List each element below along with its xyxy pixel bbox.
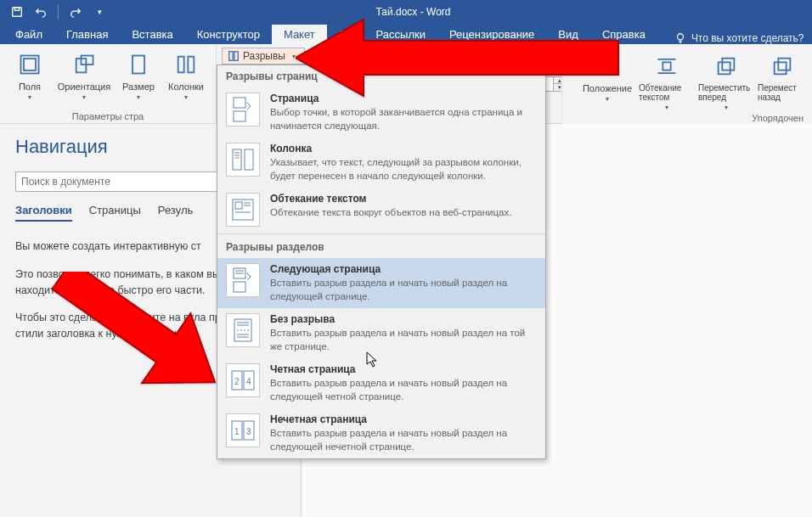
orientation-label: Ориентация <box>58 81 110 92</box>
svg-text:4: 4 <box>246 377 251 386</box>
svg-point-2 <box>677 34 683 40</box>
break-nextpage-title: Следующая страница <box>270 263 537 275</box>
break-oddpage-title: Нечетная страница <box>270 413 537 425</box>
section-breaks-header: Разрывы разделов <box>217 236 545 258</box>
tell-me-label: Что вы хотите сделать? <box>691 32 804 44</box>
nav-tab-results[interactable]: Резуль <box>158 204 193 222</box>
svg-rect-15 <box>245 149 253 170</box>
size-button[interactable]: Размер▾ <box>117 48 160 101</box>
wrap-icon <box>653 53 680 80</box>
svg-text:2: 2 <box>234 377 240 386</box>
svg-rect-20 <box>235 202 242 209</box>
size-icon <box>125 51 152 78</box>
break-evenpage-title: Четная страница <box>270 363 537 375</box>
bring-forward-label: Переместить вперед <box>698 83 754 102</box>
tab-home[interactable]: Главная <box>54 25 120 44</box>
svg-rect-7 <box>133 56 144 74</box>
columns-icon <box>172 51 200 78</box>
break-column-item[interactable]: Колонка Указывает, что текст, следующий … <box>217 138 545 188</box>
page-setup-group: Поля▾ Ориентация▾ Размер▾ Колонки▾ Парам… <box>0 44 217 123</box>
svg-rect-25 <box>234 282 245 292</box>
send-backward-icon <box>769 53 796 80</box>
break-textwrap-item[interactable]: Обтекание текстом Обтекание текста вокру… <box>217 188 545 232</box>
break-continuous-title: Без разрыва <box>270 313 537 325</box>
wrap-button[interactable]: Обтекание текстом▾ <box>639 49 695 122</box>
separator <box>58 4 59 20</box>
nextpage-break-icon <box>226 263 260 297</box>
svg-rect-48 <box>722 59 734 70</box>
evenpage-break-icon: 24 <box>226 363 260 397</box>
svg-rect-4 <box>24 59 36 70</box>
columns-label: Колонки <box>168 81 204 92</box>
svg-text:1: 1 <box>234 427 240 436</box>
tab-file[interactable]: Файл <box>3 25 54 44</box>
orientation-button[interactable]: Ориентация▾ <box>56 48 112 101</box>
svg-rect-1 <box>14 8 19 11</box>
page-setup-label: Параметры стра <box>8 111 207 121</box>
menu-separator <box>217 233 545 234</box>
margins-button[interactable]: Поля▾ <box>8 48 51 101</box>
tell-me-search[interactable]: Что вы хотите сделать? <box>674 32 804 44</box>
break-evenpage-desc: Вставить разрыв раздела и начать новый р… <box>270 377 537 403</box>
annotation-arrow-top <box>296 15 627 103</box>
svg-rect-11 <box>234 52 238 61</box>
svg-marker-52 <box>37 272 221 417</box>
send-backward-label: Перемест назад <box>758 83 807 102</box>
breaks-button[interactable]: Разрывы ▾ <box>222 48 305 65</box>
svg-rect-6 <box>82 56 93 65</box>
break-column-desc: Указывает, что текст, следующий за разры… <box>270 156 537 183</box>
oddpage-break-icon: 13 <box>226 413 260 447</box>
wrap-label: Обтекание текстом <box>639 83 695 102</box>
column-break-icon <box>226 143 260 177</box>
break-column-title: Колонка <box>270 143 537 155</box>
break-textwrap-desc: Обтекание текста вокруг объектов на веб-… <box>270 206 537 220</box>
columns-button[interactable]: Колонки▾ <box>165 48 207 101</box>
svg-rect-0 <box>13 8 22 17</box>
svg-rect-12 <box>234 98 245 108</box>
undo-button[interactable] <box>31 2 51 22</box>
break-evenpage-item[interactable]: 24 Четная страница Вставить разрыв разде… <box>217 358 545 408</box>
nav-tab-headings[interactable]: Заголовки <box>15 204 72 222</box>
svg-marker-51 <box>296 20 618 96</box>
breaks-icon <box>228 50 240 62</box>
margins-label: Поля <box>19 81 41 92</box>
quick-access-toolbar: ▾ <box>0 2 116 22</box>
break-nextpage-item[interactable]: Следующая страница Вставить разрыв разде… <box>217 258 545 308</box>
svg-rect-50 <box>775 62 787 74</box>
svg-rect-49 <box>778 59 790 70</box>
break-oddpage-item[interactable]: 13 Нечетная страница Вставить разрыв раз… <box>217 408 545 458</box>
tab-insert[interactable]: Вставка <box>120 25 184 44</box>
redo-button[interactable] <box>65 2 86 22</box>
lightbulb-icon <box>674 32 686 44</box>
break-page-desc: Выбор точки, в которой заканчивается одн… <box>270 106 537 132</box>
qat-more-button[interactable]: ▾ <box>89 2 110 22</box>
break-textwrap-title: Обтекание текстом <box>270 193 537 205</box>
bring-forward-icon <box>713 53 740 80</box>
break-nextpage-desc: Вставить разрыв раздела и начать новый р… <box>270 277 537 303</box>
save-button[interactable] <box>7 2 27 22</box>
breaks-dropdown: Разрывы страниц Страница Выбор точки, в … <box>217 65 546 459</box>
cursor-icon <box>366 351 380 368</box>
tab-design[interactable]: Конструктор <box>185 25 272 44</box>
arrange-group-label: Упорядочен <box>752 113 804 123</box>
break-continuous-desc: Вставить разрыв раздела и начать новый р… <box>270 327 537 353</box>
breaks-label: Разрывы <box>243 50 285 62</box>
break-oddpage-desc: Вставить разрыв раздела и начать новый р… <box>270 427 537 453</box>
svg-rect-10 <box>229 52 233 61</box>
svg-text:3: 3 <box>246 427 251 436</box>
orientation-icon <box>70 51 98 78</box>
svg-rect-9 <box>188 57 194 73</box>
nav-tab-pages[interactable]: Страницы <box>89 204 141 222</box>
textwrap-break-icon <box>226 193 260 227</box>
svg-rect-44 <box>663 62 670 70</box>
svg-rect-8 <box>178 57 184 73</box>
send-backward-button[interactable]: Перемест назад <box>758 49 807 122</box>
size-label: Размер <box>122 81 155 92</box>
svg-rect-47 <box>719 62 730 74</box>
annotation-arrow-left <box>17 272 221 444</box>
page-break-icon <box>226 93 260 126</box>
margins-icon <box>16 51 43 78</box>
break-continuous-item[interactable]: Без разрыва Вставить разрыв раздела и на… <box>217 308 545 358</box>
bring-forward-button[interactable]: Переместить вперед▾ <box>698 49 754 122</box>
svg-rect-13 <box>234 111 245 121</box>
